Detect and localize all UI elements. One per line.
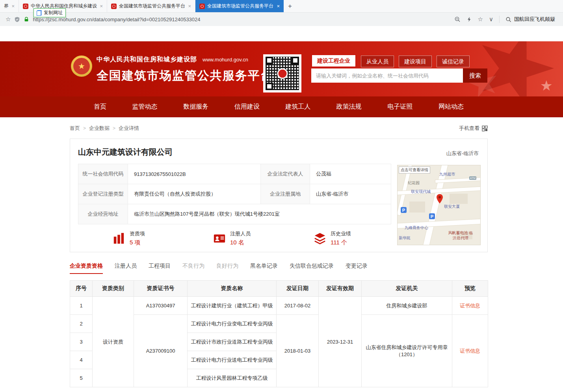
qr-code	[263, 54, 301, 92]
tab-close-icon[interactable]: ×	[11, 4, 15, 9]
breadcrumb-company-data[interactable]: 企业数据	[89, 125, 110, 132]
lock-icon	[24, 17, 29, 22]
nav-item-workers[interactable]: 建筑工人	[285, 103, 310, 111]
browser-tab-partial[interactable]: 界 ×	[0, 0, 19, 12]
reg-type-value: 有限责任公司（自然人投资或控股）	[128, 184, 261, 204]
tab-bad-behavior[interactable]: 不良行为	[182, 263, 204, 274]
reg-area-value: 山东省-临沂市	[310, 184, 391, 204]
stat-value: 111 个	[331, 239, 351, 246]
breadcrumb-home[interactable]: 首页	[70, 125, 80, 132]
tab-projects[interactable]: 工程项目	[149, 263, 171, 274]
parking-icon: P	[429, 213, 435, 219]
tab-title: 全国建筑市场监管公共服务平台	[119, 3, 186, 9]
zoom-icon[interactable]	[454, 16, 461, 22]
map-poi: 纪花园	[408, 180, 420, 186]
stat-label: 资质项	[130, 230, 145, 237]
divider	[499, 16, 500, 23]
search-tab-project[interactable]: 建设项目	[399, 55, 432, 67]
seq-cell: 3	[70, 333, 93, 351]
qual-name-cell: 工程设计建筑行业（建筑工程）甲级	[188, 297, 277, 315]
search-tab-credit[interactable]: 诚信记录	[437, 55, 470, 67]
nav-item-supervision[interactable]: 监管动态	[132, 103, 158, 111]
map-pin-icon	[436, 194, 444, 205]
company-detail-card: 山东中元建筑设计有限公司 山东省-临沂市 统一社会信用代码 9137130267…	[70, 139, 488, 252]
detail-tabs: 企业资质资格 注册人员 工程项目 不良行为 良好行为 黑名单记录 失信联合惩戒记…	[70, 263, 563, 274]
col-qual-name: 资质名称	[188, 281, 277, 297]
valid-until-cell: 2023-12-31	[319, 297, 362, 387]
browser-tab-2[interactable]: 全国建筑市场监管公共服务平台 ×	[107, 0, 195, 12]
search-category-tabs: 建设工程企业 从业人员 建设项目 诚信记录	[311, 54, 487, 67]
site-favicon-icon	[23, 4, 28, 9]
certificate-info-link[interactable]: 证书信息	[452, 315, 488, 387]
site-favicon-icon	[199, 4, 205, 9]
tab-qualifications[interactable]: 企业资质资格	[70, 263, 103, 274]
favorites-star-icon[interactable]: ☆	[478, 16, 483, 23]
breadcrumb-separator: >	[83, 126, 86, 131]
certificate-info-link[interactable]: 证书信息	[452, 297, 488, 315]
header-search-module: 建设工程企业 从业人员 建设项目 诚信记录 搜索	[311, 54, 487, 83]
page-top-gap	[0, 26, 563, 41]
tab-registered-personnel[interactable]: 注册人员	[115, 263, 137, 274]
map-poi: 新华苑	[399, 235, 411, 241]
search-button[interactable]: 搜索	[463, 68, 487, 83]
stat-personnel[interactable]: 注册人员 10 名	[213, 230, 314, 246]
bookmark-star-icon[interactable]: ☆	[6, 16, 11, 23]
site-favicon-icon	[111, 4, 117, 9]
qual-name-cell: 工程设计风景园林工程专项乙级	[188, 369, 277, 387]
qr-center-logo	[277, 68, 288, 79]
stat-label: 注册人员	[230, 230, 251, 237]
address-value: 临沂市兰山区陶然路107号星河晶都（联安）现代城1号楼2201室	[128, 204, 391, 224]
stat-qualifications[interactable]: 资质项 5 项	[113, 230, 213, 246]
map-poi: 联安大厦	[444, 204, 460, 209]
tab-dishonesty-records[interactable]: 失信联合惩戒记录	[290, 263, 334, 274]
chevron-down-icon[interactable]: ∨	[489, 16, 493, 23]
tab-close-icon[interactable]: ×	[100, 4, 103, 9]
site-header-banner: ★ ★ ★ ★ 中华人民共和国住房和城乡建设部 www.mohurd.gov.c…	[0, 41, 563, 96]
browser-tab-active[interactable]: 全国建筑市场监管公共服务平台 ×	[195, 0, 284, 12]
credit-code-value: 91371302675501022B	[128, 164, 261, 184]
nav-item-data-service[interactable]: 数据服务	[183, 103, 208, 111]
copy-url-tooltip[interactable]: 复制网址	[33, 8, 66, 17]
copy-icon	[37, 10, 42, 16]
tab-good-behavior[interactable]: 良好行为	[216, 263, 238, 274]
company-info-table: 统一社会信用代码 91371302675501022B 企业法定代表人 公茂福 …	[78, 164, 391, 224]
company-map-thumbnail[interactable]: 点击可查看详情 纪花园 九州超市 联安现代城 联安大厦 九峰商务中心 新华苑 风…	[397, 165, 481, 245]
nav-item-policy[interactable]: 政策法规	[336, 103, 362, 111]
breadcrumb: 首页 > 企业数据 > 企业详情 手机查看	[70, 124, 488, 132]
col-preview: 预览	[452, 281, 488, 297]
nav-item-credit[interactable]: 信用建设	[234, 103, 260, 111]
search-tab-personnel[interactable]: 从业人员	[361, 55, 394, 67]
category-cell: 设计资质	[93, 297, 134, 387]
map-poi: 九州超市	[439, 172, 455, 177]
nav-item-home[interactable]: 首页	[94, 103, 106, 111]
authority-cell: 住房和城乡建设部	[362, 297, 452, 315]
security-shield-icon[interactable]	[14, 17, 20, 22]
table-row: 企业登记注册类型 有限责任公司（自然人投资或控股） 企业注册属地 山东省-临沂市	[78, 184, 391, 204]
nav-item-site-news[interactable]: 网站动态	[439, 103, 464, 111]
personnel-icon	[213, 232, 226, 245]
reg-area-label: 企业注册属地	[261, 184, 310, 204]
tab-close-icon[interactable]: ×	[188, 4, 191, 9]
lightning-icon[interactable]	[466, 17, 472, 22]
achievement-icon	[314, 232, 326, 245]
col-seq: 序号	[70, 281, 93, 297]
tab-blacklist[interactable]: 黑名单记录	[250, 263, 278, 274]
decorative-star: ★	[540, 78, 553, 94]
map-poi: 联安现代城	[411, 189, 431, 194]
stat-value: 10 名	[230, 239, 251, 246]
col-cert-no: 资质证书号	[134, 281, 188, 297]
new-tab-button[interactable]: +	[284, 0, 296, 12]
tab-close-icon[interactable]: ×	[277, 4, 280, 9]
qual-name-cell: 工程设计电力行业送电工程专业丙级	[188, 351, 277, 369]
tab-change-records[interactable]: 变更记录	[346, 263, 368, 274]
mobile-view-link[interactable]: 手机查看	[459, 125, 488, 132]
nav-item-certificates[interactable]: 电子证照	[387, 103, 412, 111]
company-name: 山东中元建筑设计有限公司	[78, 147, 479, 157]
issue-date-cell: 2018-01-03	[277, 315, 319, 387]
site-title-block: 中华人民共和国住房和城乡建设部 www.mohurd.gov.cn 全国建筑市场…	[97, 55, 273, 84]
seq-cell: 5	[70, 369, 93, 387]
search-input[interactable]	[311, 68, 463, 83]
search-tab-enterprise[interactable]: 建设工程企业	[311, 54, 356, 67]
stat-label: 历史业绩	[331, 230, 351, 237]
hot-search[interactable]: 国航回应飞机颠簸	[505, 16, 557, 23]
